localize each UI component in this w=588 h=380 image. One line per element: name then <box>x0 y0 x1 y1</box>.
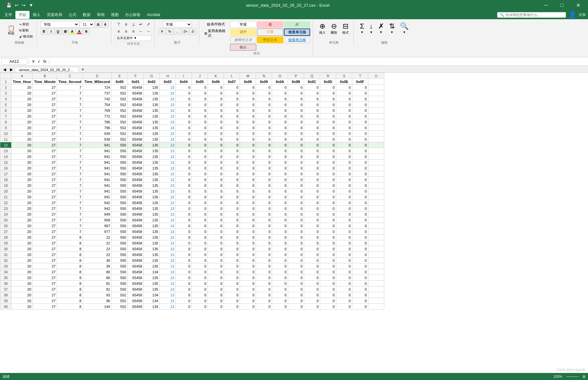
style-warning[interactable]: 警告文本 <box>257 37 283 43</box>
cell-30-11[interactable]: 0 <box>224 246 240 252</box>
cell-27-0[interactable]: 20 <box>12 229 33 235</box>
cell-9-5[interactable]: 65458 <box>128 125 144 131</box>
cell-7-5[interactable]: 65458 <box>128 113 144 119</box>
cell-24-6[interactable]: 135 <box>144 211 160 217</box>
cell-4-12[interactable]: 0 <box>240 96 256 102</box>
cell-24-11[interactable]: 0 <box>224 211 240 217</box>
row-number-28[interactable]: 28 <box>0 235 12 240</box>
cell-25-0[interactable]: 20 <box>12 217 33 223</box>
cell-14-1[interactable]: 27 <box>33 154 57 160</box>
menu-home[interactable]: 开始 <box>15 11 30 19</box>
cell-15-0[interactable]: 20 <box>12 160 33 165</box>
cell-4-15[interactable]: 0 <box>288 96 304 102</box>
cell-10-8[interactable]: 0 <box>176 131 192 136</box>
cell-20-10[interactable]: 0 <box>208 188 224 194</box>
cell-10-18[interactable]: 0 <box>336 131 352 136</box>
cell-5-10[interactable]: 0 <box>208 102 224 108</box>
cell-23-16[interactable]: 0 <box>304 206 320 211</box>
cell-18-1[interactable]: 27 <box>33 177 57 183</box>
cell-36-7[interactable]: 13 <box>160 281 176 286</box>
cell-30-5[interactable]: 65458 <box>128 246 144 252</box>
cell-3-18[interactable]: 0 <box>336 90 352 96</box>
cell-27-17[interactable]: 0 <box>320 229 336 235</box>
cell-4-1[interactable]: 27 <box>33 96 57 102</box>
align-middle-btn[interactable]: ≡ <box>123 21 130 28</box>
cell-36-17[interactable]: 0 <box>320 281 336 286</box>
cell-28-13[interactable]: 0 <box>256 235 272 240</box>
cell-7-14[interactable]: 0 <box>272 113 288 119</box>
cell-J1[interactable]: 0x05 <box>192 79 208 85</box>
cell-7-16[interactable]: 0 <box>304 113 320 119</box>
cell-28-3[interactable]: 22 <box>83 235 112 240</box>
cell-2-16[interactable]: 0 <box>304 85 320 90</box>
cell-38-10[interactable]: 0 <box>208 292 224 298</box>
cell-31-10[interactable]: 0 <box>208 252 224 258</box>
cell-32-4[interactable]: 550 <box>112 258 128 263</box>
cell-33-11[interactable]: 0 <box>224 263 240 269</box>
cell-18-0[interactable]: 20 <box>12 177 33 183</box>
cell-T1[interactable]: 0x0F <box>352 79 368 85</box>
cell-3-4[interactable]: 552 <box>112 90 128 96</box>
cell-21-12[interactable]: 0 <box>240 194 256 200</box>
cell-29-12[interactable]: 0 <box>240 240 256 246</box>
row-number-7[interactable]: 7 <box>0 113 12 119</box>
cell-30-17[interactable]: 0 <box>320 246 336 252</box>
cell-38-8[interactable]: 0 <box>176 292 192 298</box>
cell-34-11[interactable]: 0 <box>224 269 240 275</box>
cell-8-2[interactable]: 7 <box>57 119 83 125</box>
cell-9-10[interactable]: 0 <box>208 125 224 131</box>
cell-3-19[interactable]: 0 <box>352 90 368 96</box>
cell-6-5[interactable]: 65458 <box>128 108 144 113</box>
cell-8-4[interactable]: 552 <box>112 119 128 125</box>
cell-5-1[interactable]: 27 <box>33 102 57 108</box>
cell-30-18[interactable]: 0 <box>336 246 352 252</box>
row-number-34[interactable]: 34 <box>0 269 12 275</box>
cell-20-9[interactable]: 0 <box>192 188 208 194</box>
cell-4-10[interactable]: 0 <box>208 96 224 102</box>
cell-29-7[interactable]: 13 <box>160 240 176 246</box>
cell-30-1[interactable]: 27 <box>33 246 57 252</box>
cell-28-8[interactable]: 0 <box>176 235 192 240</box>
cell-17-7[interactable]: 13 <box>160 171 176 177</box>
cell-40-19[interactable]: 0 <box>352 304 368 310</box>
cell-39-12[interactable]: 0 <box>240 298 256 304</box>
cell-25-17[interactable]: 0 <box>320 217 336 223</box>
cell-32-1[interactable]: 27 <box>33 258 57 263</box>
cell-39-7[interactable]: 13 <box>160 298 176 304</box>
cell-10-19[interactable]: 0 <box>352 131 368 136</box>
cell-9-17[interactable]: 0 <box>320 125 336 131</box>
cell-38-18[interactable]: 0 <box>336 292 352 298</box>
cell-12-15[interactable]: 0 <box>288 142 304 148</box>
cell-U35[interactable] <box>368 275 384 281</box>
cell-7-0[interactable]: 20 <box>12 113 33 119</box>
cell-19-11[interactable]: 0 <box>224 183 240 188</box>
cell-8-3[interactable]: 786 <box>83 119 112 125</box>
align-right-btn[interactable]: ≡ <box>130 28 137 35</box>
minimize-btn[interactable]: ─ <box>539 0 553 10</box>
cell-U33[interactable] <box>368 263 384 269</box>
cell-U2[interactable] <box>368 85 384 90</box>
cell-21-3[interactable]: 941 <box>83 194 112 200</box>
row-number-3[interactable]: 3 <box>0 90 12 96</box>
cell-37-1[interactable]: 27 <box>33 286 57 292</box>
cell-40-16[interactable]: 0 <box>304 304 320 310</box>
rotate-btn[interactable]: ↗ <box>145 21 152 28</box>
cell-16-16[interactable]: 0 <box>304 165 320 171</box>
cell-23-5[interactable]: 65458 <box>128 206 144 211</box>
cell-39-19[interactable]: 0 <box>352 298 368 304</box>
decrease-decimal-btn[interactable]: .0- <box>189 28 196 35</box>
col-header-P[interactable]: P <box>288 73 304 79</box>
cell-U17[interactable] <box>368 171 384 177</box>
cell-3-11[interactable]: 0 <box>224 90 240 96</box>
cell-U39[interactable] <box>368 298 384 304</box>
font-family-select[interactable]: 等线 <box>41 21 79 28</box>
cell-33-6[interactable]: 135 <box>144 263 160 269</box>
cell-31-16[interactable]: 0 <box>304 252 320 258</box>
cell-U27[interactable] <box>368 229 384 235</box>
cell-40-4[interactable]: 552 <box>112 304 128 310</box>
cell-11-1[interactable]: 27 <box>33 136 57 142</box>
cell-28-7[interactable]: 13 <box>160 235 176 240</box>
cell-33-19[interactable]: 0 <box>352 263 368 269</box>
cell-U11[interactable] <box>368 136 384 142</box>
cell-4-17[interactable]: 0 <box>320 96 336 102</box>
